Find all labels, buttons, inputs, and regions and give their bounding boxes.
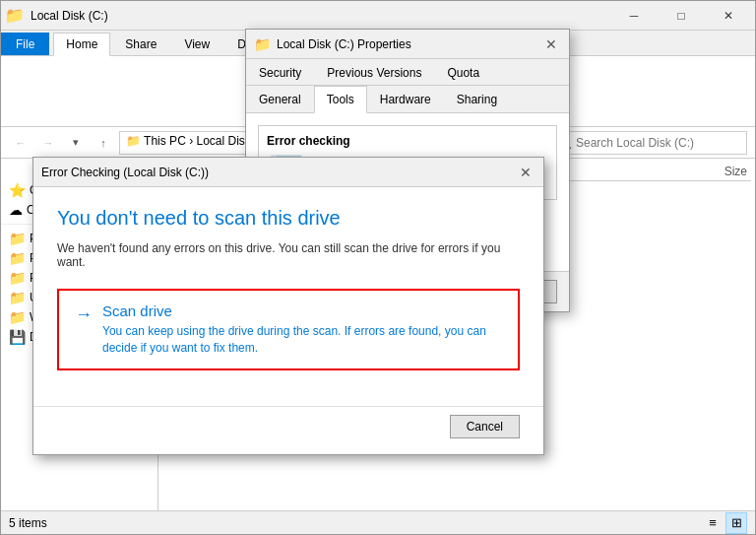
properties-close-button[interactable]: ✕ — [541, 34, 561, 54]
error-dialog-content: You don't need to scan this drive We hav… — [33, 187, 543, 406]
properties-tabs-2: General Tools Hardware Sharing — [246, 86, 569, 113]
properties-tabs: Security Previous Versions Quota — [246, 59, 569, 86]
view-buttons: ≡ ⊞ — [702, 512, 747, 534]
search-input[interactable] — [576, 136, 740, 150]
tab-file[interactable]: File — [1, 33, 49, 55]
details-view-button[interactable]: ≡ — [702, 512, 724, 534]
properties-title: Local Disk (C:) Properties — [277, 37, 541, 51]
tab-quota[interactable]: Quota — [434, 59, 492, 86]
recent-button[interactable]: ▾ — [64, 131, 88, 155]
error-dialog-footer: Cancel — [33, 406, 543, 454]
folder-icon-pfx86: 📁 — [9, 270, 26, 286]
star-icon: ⭐ — [9, 182, 26, 198]
scan-drive-title: Scan drive — [102, 302, 502, 319]
search-bar-container: 🔍 — [550, 131, 747, 155]
minimize-button[interactable]: ─ — [611, 1, 657, 31]
status-bar: 5 items ≡ ⊞ — [1, 510, 755, 534]
tab-sharing[interactable]: Sharing — [444, 86, 510, 113]
tab-tools[interactable]: Tools — [314, 86, 367, 113]
scan-option-text: Scan drive You can keep using the drive … — [102, 302, 502, 357]
scan-drive-description: You can keep using the drive during the … — [102, 323, 502, 357]
tab-previous-versions[interactable]: Previous Versions — [314, 59, 434, 86]
title-bar-buttons: ─ □ ✕ — [611, 1, 751, 31]
tab-home[interactable]: Home — [53, 33, 110, 56]
error-dialog-title: Error Checking (Local Disk (C:)) — [41, 166, 516, 179]
title-bar: 📁 Local Disk (C:) ─ □ ✕ — [1, 1, 755, 31]
scan-drive-option[interactable]: → Scan drive You can keep using the driv… — [57, 289, 520, 370]
item-count: 5 items — [9, 516, 47, 530]
disk-icon-d: 💾 — [9, 329, 26, 345]
tiles-view-button[interactable]: ⊞ — [725, 512, 747, 534]
folder-icon-pf: 📁 — [9, 250, 26, 266]
folder-icon-users: 📁 — [9, 290, 26, 305]
maximize-button[interactable]: □ — [659, 1, 704, 31]
forward-button[interactable]: → — [36, 131, 60, 155]
window-title: Local Disk (C:) — [31, 9, 108, 23]
error-dialog-close-button[interactable]: ✕ — [516, 163, 536, 182]
folder-icon-perflogs: 📁 — [9, 231, 26, 246]
error-cancel-button[interactable]: Cancel — [450, 415, 520, 438]
scan-arrow-icon: → — [75, 304, 93, 325]
properties-title-bar: 📁 Local Disk (C:) Properties ✕ — [246, 30, 569, 59]
col-size-header: Size — [668, 165, 747, 178]
back-button[interactable]: ← — [9, 131, 32, 155]
error-dialog-heading: You don't need to scan this drive — [57, 207, 520, 230]
close-button[interactable]: ✕ — [706, 1, 751, 31]
tab-general[interactable]: General — [246, 86, 314, 113]
explorer-window: 📁 Local Disk (C:) ─ □ ✕ File Home Share … — [0, 0, 756, 535]
error-dialog-title-bar: Error Checking (Local Disk (C:)) ✕ — [33, 158, 543, 187]
tab-view[interactable]: View — [171, 33, 222, 55]
error-checking-dialog: Error Checking (Local Disk (C:)) ✕ You d… — [32, 157, 544, 455]
tab-security[interactable]: Security — [246, 59, 314, 86]
folder-icon-windows: 📁 — [9, 309, 26, 325]
cloud-icon: ☁ — [9, 202, 23, 218]
tab-share[interactable]: Share — [112, 33, 169, 55]
tab-hardware[interactable]: Hardware — [367, 86, 444, 113]
error-checking-title: Error checking — [267, 134, 548, 148]
up-button[interactable]: ↑ — [92, 131, 115, 155]
error-dialog-subtext: We haven't found any errors on this driv… — [57, 241, 520, 269]
